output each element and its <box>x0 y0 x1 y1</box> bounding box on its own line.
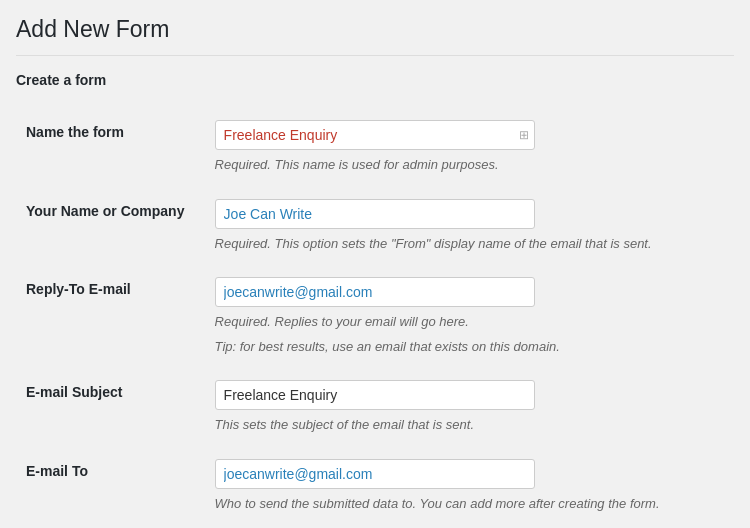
reply-email-label: Reply-To E-mail <box>26 281 131 297</box>
company-label: Your Name or Company <box>26 203 184 219</box>
name-form-icon: ⊞ <box>519 128 529 142</box>
email-subject-input[interactable] <box>215 380 535 410</box>
email-to-help: Who to send the submitted data to. You c… <box>215 494 724 514</box>
company-help: Required. This option sets the "From" di… <box>215 234 724 254</box>
name-form-label: Name the form <box>26 124 124 140</box>
page-title: Add New Form <box>16 16 734 43</box>
company-input[interactable] <box>215 199 535 229</box>
email-subject-label: E-mail Subject <box>26 384 122 400</box>
name-form-help: Required. This name is used for admin pu… <box>215 155 724 175</box>
email-to-label: E-mail To <box>26 463 88 479</box>
page-subtitle: Create a form <box>16 72 734 88</box>
reply-email-help2: Tip: for best results, use an email that… <box>215 337 724 357</box>
reply-email-help1: Required. Replies to your email will go … <box>215 312 724 332</box>
reply-email-input[interactable] <box>215 277 535 307</box>
email-to-input[interactable] <box>215 459 535 489</box>
name-form-input[interactable] <box>215 120 535 150</box>
email-subject-help: This sets the subject of the email that … <box>215 415 724 435</box>
